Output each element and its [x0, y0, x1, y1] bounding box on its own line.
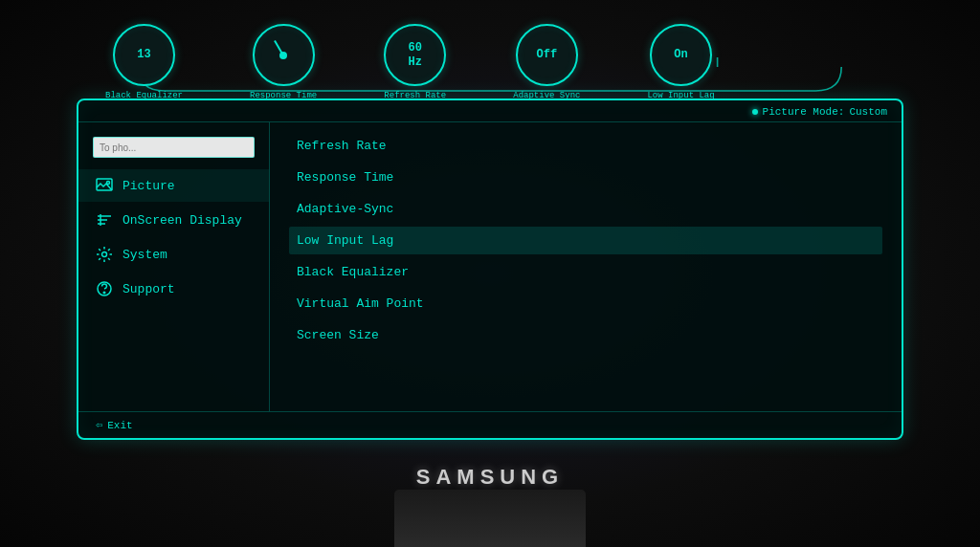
picture-mode-value: Custom [849, 106, 887, 118]
gauge-adaptive-sync: Off Adaptive Sync [513, 24, 580, 100]
menu-item-adaptive-sync[interactable]: Adaptive-Sync [289, 195, 882, 223]
sidebar-item-picture[interactable]: Picture [78, 169, 269, 202]
gauge-circle-low-input-lag: On [650, 24, 712, 86]
dot-indicator-icon [752, 109, 758, 115]
gauge-value-refresh-rate: 60 Hz [409, 41, 422, 69]
sidebar-label-picture: Picture [122, 179, 175, 193]
gauge-refresh-rate: 60 Hz Refresh Rate [384, 24, 446, 100]
gauge-circle-black-equalizer: 13 [113, 24, 175, 86]
svg-point-6 [107, 182, 110, 185]
gauge-bar: 13 Black Equalizer Response Time 60 Hz R… [77, 14, 903, 100]
menu-item-low-input-lag[interactable]: Low Input Lag [289, 227, 882, 254]
picture-icon [96, 177, 113, 194]
menu-item-response-time[interactable]: Response Time [289, 164, 882, 191]
gauge-circle-refresh-rate: 60 Hz [384, 24, 446, 86]
search-input[interactable] [93, 137, 255, 158]
exit-arrow-icon: ⇦ [96, 418, 102, 432]
connector-lines [77, 14, 903, 110]
display-icon [96, 211, 113, 229]
gauge-response-time: Response Time [250, 24, 317, 100]
gauge-circle-adaptive-sync: Off [516, 24, 578, 86]
menu-item-black-equalizer[interactable]: Black Equalizer [289, 258, 882, 286]
menu-item-refresh-rate[interactable]: Refresh Rate [289, 132, 882, 160]
menu-item-virtual-aim-point[interactable]: Virtual Aim Point [289, 290, 882, 317]
svg-point-13 [103, 292, 105, 294]
gauge-value-adaptive-sync: Off [537, 48, 558, 61]
support-icon [96, 280, 113, 297]
gauge-value-black-equalizer: 13 [137, 48, 150, 61]
menu-item-screen-size[interactable]: Screen Size [289, 321, 882, 349]
gauge-low-input-lag: On Low Input Lag [647, 24, 714, 100]
menu-content: Refresh Rate Response Time Adaptive-Sync… [270, 122, 902, 411]
sidebar-item-system[interactable]: System [78, 238, 269, 271]
picture-mode-header: Picture Mode: Custom [78, 100, 902, 122]
picture-mode-label: Picture Mode: [763, 106, 845, 118]
osd-panel: Picture Mode: Custom Picture [77, 98, 903, 440]
svg-point-11 [102, 252, 107, 257]
sidebar-label-system: System [122, 248, 167, 262]
monitor-stand [394, 490, 586, 547]
samsung-logo: SAMSUNG [416, 465, 564, 490]
exit-bar: ⇦ Exit [78, 411, 902, 438]
gauge-circle-response-time [253, 24, 315, 86]
osd-container: 13 Black Equalizer Response Time 60 Hz R… [77, 14, 903, 442]
sidebar-label-onscreen-display: OnScreen Display [122, 213, 242, 228]
gauge-value-low-input-lag: On [674, 48, 687, 61]
osd-main-content: Picture OnScreen Display [78, 122, 902, 411]
sidebar-label-support: Support [122, 282, 175, 296]
gauge-black-equalizer: 13 Black Equalizer [105, 24, 183, 100]
system-icon [96, 246, 113, 263]
exit-label[interactable]: Exit [107, 420, 132, 431]
sidebar-item-support[interactable]: Support [78, 273, 269, 305]
sidebar: Picture OnScreen Display [78, 122, 270, 411]
sidebar-item-onscreen-display[interactable]: OnScreen Display [78, 204, 269, 236]
